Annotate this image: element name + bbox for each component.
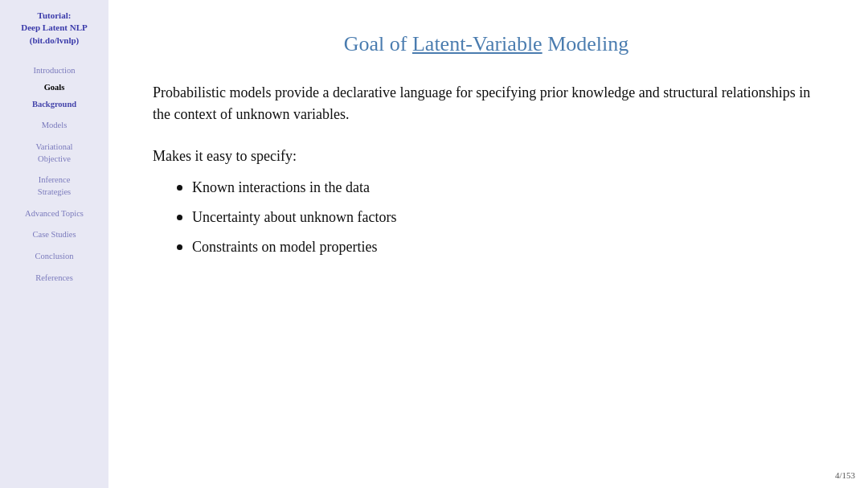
sidebar-item-goals[interactable]: Goals bbox=[6, 81, 102, 95]
page-number: 4/153 bbox=[835, 470, 855, 480]
sidebar-item-advanced[interactable]: Advanced Topics bbox=[6, 207, 102, 221]
sidebar: Tutorial: Deep Latent NLP (bit.do/lvnlp)… bbox=[0, 0, 108, 488]
list-item: Uncertainty about unknown factors bbox=[177, 209, 820, 226]
bullet-text-1: Known interactions in the data bbox=[192, 179, 370, 196]
bullet-dot bbox=[177, 185, 182, 191]
sidebar-item-background[interactable]: Background bbox=[6, 98, 102, 112]
list-item: Constraints on model properties bbox=[177, 239, 820, 256]
bullet-text-2: Uncertainty about unknown factors bbox=[192, 209, 396, 226]
bullet-dot bbox=[177, 215, 182, 220]
makes-text: Makes it easy to specify: bbox=[153, 148, 820, 165]
list-item: Known interactions in the data bbox=[177, 179, 820, 196]
sidebar-item-references[interactable]: References bbox=[6, 272, 102, 285]
sidebar-item-conclusion[interactable]: Conclusion bbox=[6, 250, 102, 264]
sidebar-item-inference[interactable]: Inference Strategies bbox=[6, 174, 102, 199]
bullet-text-3: Constraints on model properties bbox=[192, 239, 377, 256]
sidebar-item-introduction[interactable]: Introduction bbox=[6, 64, 102, 78]
main-content: Goal of Latent-Variable Modeling Probabi… bbox=[108, 0, 868, 488]
bullet-list: Known interactions in the data Uncertain… bbox=[153, 179, 820, 256]
bullet-dot bbox=[177, 244, 182, 250]
title-part1: Goal of bbox=[344, 32, 412, 55]
body-paragraph: Probabilistic models provide a declarati… bbox=[153, 82, 820, 125]
slide-title: Goal of Latent-Variable Modeling bbox=[153, 32, 820, 56]
sidebar-item-variational[interactable]: Variational Objective bbox=[6, 141, 102, 166]
sidebar-title: Tutorial: Deep Latent NLP (bit.do/lvnlp) bbox=[6, 10, 102, 47]
title-part2: Modeling bbox=[542, 32, 629, 55]
sidebar-item-case-studies[interactable]: Case Studies bbox=[6, 228, 102, 242]
title-underline: Latent-Variable bbox=[412, 32, 542, 55]
sidebar-item-models[interactable]: Models bbox=[6, 119, 102, 133]
